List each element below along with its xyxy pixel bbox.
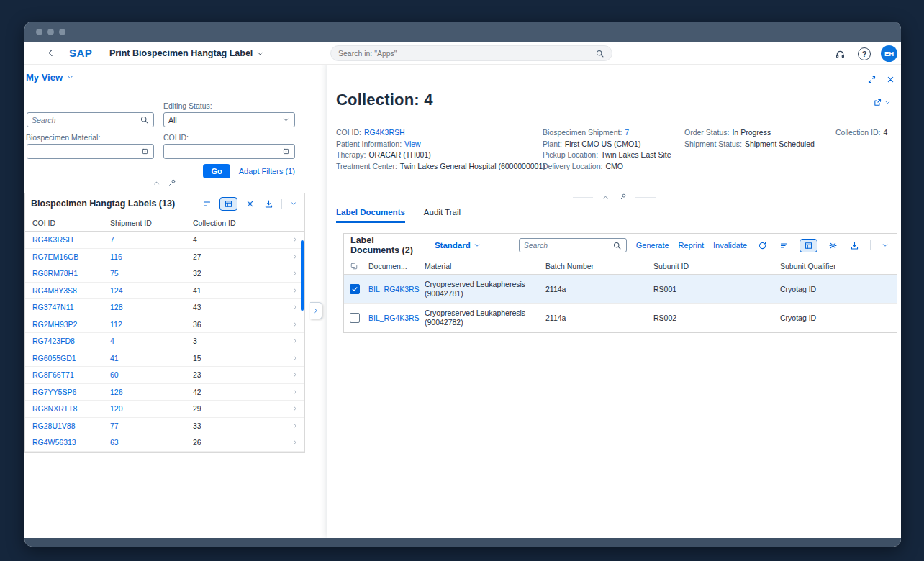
go-button[interactable]: Go xyxy=(203,164,230,178)
export-button[interactable] xyxy=(848,240,861,252)
shipment-id-link[interactable]: 63 xyxy=(110,438,193,447)
column-header[interactable]: Material xyxy=(425,262,545,270)
collapse-header-button[interactable] xyxy=(153,178,160,187)
coi-id-link[interactable]: RG8NXRTT8 xyxy=(32,404,110,413)
table-row[interactable]: RG8F66T716023 xyxy=(25,367,304,384)
table-row[interactable]: RG7EM16GB11627 xyxy=(25,249,304,266)
sort-button[interactable] xyxy=(201,198,213,210)
table-row[interactable]: RG8RM78H17532 xyxy=(25,265,304,283)
coi-id-link[interactable]: RG7EM16GB xyxy=(32,252,110,261)
coi-id-link[interactable]: RG8F66T71 xyxy=(32,370,110,379)
table-row[interactable]: RG4W563136326 xyxy=(25,434,304,452)
tab-label-documents[interactable]: Label Documents xyxy=(336,208,405,223)
coi-id-link[interactable]: RG4M8Y3S8 xyxy=(32,286,110,295)
shipment-id-link[interactable]: 75 xyxy=(110,269,193,278)
scrollbar[interactable] xyxy=(301,240,304,311)
column-header[interactable]: Batch Number xyxy=(545,262,653,270)
search-icon[interactable] xyxy=(595,49,604,58)
enter-fullscreen-button[interactable] xyxy=(867,75,877,84)
document-link[interactable]: BIL_RG4K3RS xyxy=(368,314,420,322)
row-checkbox[interactable] xyxy=(350,284,360,294)
document-link[interactable]: BIL_RG4K3RS xyxy=(368,285,420,293)
reprint-button[interactable]: Reprint xyxy=(679,241,704,250)
shipment-id-link[interactable]: 120 xyxy=(110,404,193,413)
filter-search-input[interactable] xyxy=(32,116,140,124)
adapt-filters-link[interactable]: Adapt Filters (1) xyxy=(239,167,295,175)
table-row[interactable]: RG7YY5SP612642 xyxy=(25,384,304,401)
settings-button[interactable] xyxy=(827,240,839,252)
table-row[interactable]: BIL_RG4K3RS Cryopreserved Leukapheresis … xyxy=(344,275,897,304)
value-help-icon[interactable] xyxy=(141,147,149,155)
column-header[interactable]: Collection ID xyxy=(193,219,291,227)
close-detail-button[interactable] xyxy=(886,75,895,84)
table-row[interactable]: RG8NXRTT812029 xyxy=(25,401,304,418)
invalidate-button[interactable]: Invalidate xyxy=(713,241,747,250)
generate-button[interactable]: Generate xyxy=(636,241,669,250)
table-row[interactable]: BIL_RG4K3RS Cryopreserved Leukapheresis … xyxy=(344,304,897,332)
coi-id-link[interactable]: RG4K3RSH xyxy=(32,235,110,244)
editing-status-select[interactable]: All xyxy=(163,112,295,127)
search-icon[interactable] xyxy=(612,241,622,250)
table-row[interactable]: RG7423FD843 xyxy=(25,333,304,350)
app-title-menu[interactable]: Print Biospecimen Hangtag Label xyxy=(109,48,264,58)
shipment-id-link[interactable]: 7 xyxy=(110,235,193,244)
support-button[interactable] xyxy=(832,46,848,62)
shipment-id-link[interactable]: 116 xyxy=(110,252,193,261)
table-row[interactable]: RG28U1V887733 xyxy=(25,418,304,435)
search-icon[interactable] xyxy=(140,115,149,124)
pin-header-button[interactable] xyxy=(618,193,627,201)
column-header[interactable]: Shipment ID xyxy=(110,219,193,227)
shipment-id-link[interactable]: 126 xyxy=(110,388,193,396)
pin-header-button[interactable] xyxy=(168,178,176,187)
material-input[interactable] xyxy=(32,147,141,156)
splitter-expand-button[interactable] xyxy=(310,302,322,319)
coi-id-link[interactable]: RG6055GD1 xyxy=(32,354,110,362)
sort-button[interactable] xyxy=(778,240,790,252)
table-row[interactable]: RG3747N1112843 xyxy=(25,299,304,316)
view-selector[interactable]: My View xyxy=(26,72,74,83)
table-row[interactable]: RG4M8Y3S812441 xyxy=(25,283,304,300)
shipment-id-link[interactable]: 4 xyxy=(110,337,193,345)
view-variant-selector[interactable]: Standard xyxy=(435,241,481,250)
table-row[interactable]: RG2MH93P211236 xyxy=(25,316,304,334)
column-header[interactable]: COI ID xyxy=(32,219,110,227)
table-view-toggle[interactable] xyxy=(800,239,817,252)
share-button[interactable] xyxy=(873,98,891,107)
shipment-id-link[interactable]: 60 xyxy=(110,370,193,379)
value-help-icon[interactable] xyxy=(282,147,290,155)
coi-id-link[interactable]: RG4K3RSH xyxy=(364,128,405,137)
column-header[interactable]: Subunit Qualifier xyxy=(780,262,897,270)
coi-id-link[interactable]: RG7YY5SP6 xyxy=(32,388,110,396)
collapse-header-button[interactable] xyxy=(602,193,610,201)
shipment-link[interactable]: 7 xyxy=(625,128,629,137)
coi-id-link[interactable]: RG4W56313 xyxy=(32,438,110,447)
export-button[interactable] xyxy=(263,198,275,210)
label-table-search-input[interactable] xyxy=(524,241,612,250)
shell-search-input[interactable] xyxy=(338,49,595,58)
coi-id-input[interactable] xyxy=(168,147,282,156)
help-button[interactable]: ? xyxy=(858,47,871,60)
shipment-id-link[interactable]: 128 xyxy=(110,303,193,311)
tab-audit-trail[interactable]: Audit Trail xyxy=(424,208,461,223)
shipment-id-link[interactable]: 124 xyxy=(110,286,193,295)
select-all-icon[interactable] xyxy=(350,262,358,270)
export-menu-button[interactable] xyxy=(880,240,890,250)
coi-id-link[interactable]: RG8RM78H1 xyxy=(32,269,110,278)
coi-id-link[interactable]: RG2MH93P2 xyxy=(32,320,110,329)
column-header[interactable]: Subunit ID xyxy=(653,262,780,270)
table-view-toggle[interactable] xyxy=(219,197,237,211)
export-menu-button[interactable] xyxy=(289,199,299,209)
table-row[interactable]: RG6055GD14115 xyxy=(25,350,304,368)
table-row[interactable]: RG4K3RSH74 xyxy=(25,232,304,249)
coi-id-link[interactable]: RG28U1V88 xyxy=(32,421,110,430)
back-button[interactable] xyxy=(46,48,55,58)
window-control-dot[interactable] xyxy=(47,29,54,35)
shipment-id-link[interactable]: 41 xyxy=(110,354,193,362)
row-checkbox[interactable] xyxy=(350,313,360,323)
shipment-id-link[interactable]: 112 xyxy=(110,320,193,329)
window-control-dot[interactable] xyxy=(59,29,65,35)
avatar[interactable]: EH xyxy=(881,45,897,62)
window-control-dot[interactable] xyxy=(36,29,42,35)
shipment-id-link[interactable]: 77 xyxy=(110,421,193,430)
column-header[interactable]: Documen... xyxy=(368,262,425,270)
